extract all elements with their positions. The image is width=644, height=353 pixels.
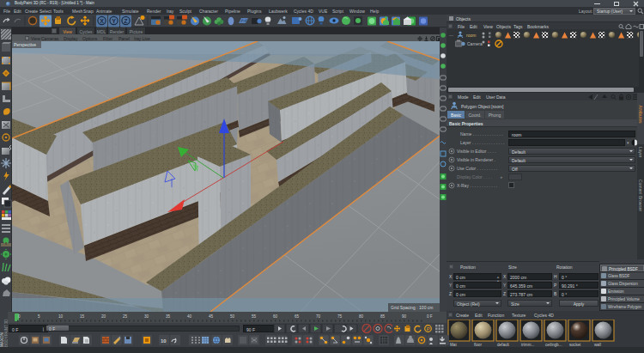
svg-text:40: 40 [187, 314, 192, 319]
svg-text:15: 15 [80, 314, 85, 319]
svg-text:Y: Y [112, 18, 116, 24]
svg-text:Z: Z [124, 18, 128, 24]
svg-text:10: 10 [161, 338, 167, 344]
svg-text:0 F: 0 F [427, 314, 433, 319]
svg-text:75: 75 [337, 314, 343, 319]
svg-text:25: 25 [123, 314, 128, 319]
svg-text:5: 5 [38, 314, 40, 319]
svg-text:30: 30 [144, 314, 149, 319]
svg-text:Grid Spacing : 100 cm: Grid Spacing : 100 cm [391, 305, 433, 310]
svg-text:MAXON: MAXON [0, 332, 4, 347]
svg-text:Perspective: Perspective [14, 42, 36, 47]
svg-text:90: 90 [402, 314, 407, 319]
svg-text:45: 45 [209, 314, 214, 319]
svg-text:55: 55 [252, 314, 257, 319]
svg-text:35: 35 [166, 314, 171, 319]
svg-text:70: 70 [316, 314, 321, 319]
svg-text:20: 20 [101, 314, 106, 319]
svg-text:50: 50 [230, 314, 235, 319]
svg-text:65: 65 [295, 314, 300, 319]
svg-text:10: 10 [58, 314, 64, 319]
svg-text:P: P [427, 326, 430, 331]
svg-text:X: X [100, 18, 104, 24]
svg-text:80: 80 [359, 314, 364, 319]
svg-text:0: 0 [18, 314, 21, 319]
svg-text:60: 60 [273, 314, 278, 319]
svg-text:85: 85 [380, 314, 386, 319]
